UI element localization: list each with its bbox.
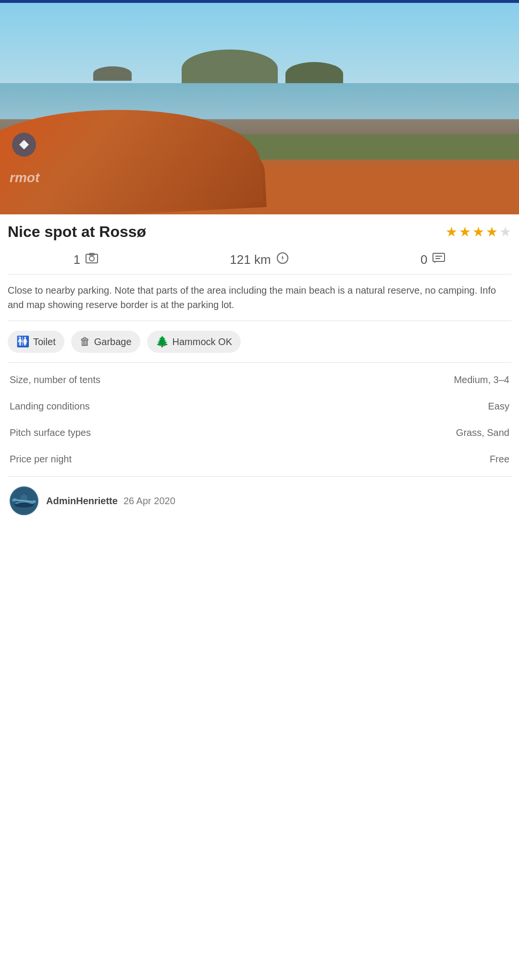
garbage-icon: 🗑 <box>80 335 90 348</box>
author-row: AdminHenriette 26 Apr 2020 <box>8 477 511 525</box>
star-3: ★ <box>472 224 484 240</box>
detail-row-size: Size, number of tents Medium, 3–4 <box>8 367 511 393</box>
compass-icon <box>276 251 289 268</box>
tag-toilet-label: Toilet <box>33 336 56 347</box>
svg-rect-4 <box>433 253 445 261</box>
spot-title: Nice spot at Rossø <box>8 223 146 241</box>
description: Close to nearby parking. Note that parts… <box>8 274 511 321</box>
title-row: Nice spot at Rossø ★ ★ ★ ★ ★ <box>8 214 511 246</box>
detail-row-price: Price per night Free <box>8 446 511 472</box>
comments-count: 0 <box>420 252 427 267</box>
toilet-icon: 🚻 <box>16 335 29 348</box>
hammock-icon: 🌲 <box>156 335 169 348</box>
star-2: ★ <box>459 224 471 240</box>
detail-label-landing: Landing conditions <box>10 401 90 412</box>
detail-value-price: Free <box>490 454 509 465</box>
photo-icon <box>85 251 99 268</box>
brand-logo: rmot <box>10 170 39 186</box>
author-info: AdminHenriette 26 Apr 2020 <box>46 496 175 507</box>
stats-row: 1 121 km 0 <box>8 246 511 274</box>
detail-value-landing: Easy <box>488 401 509 412</box>
photos-count: 1 <box>74 252 80 267</box>
detail-label-price: Price per night <box>10 454 72 465</box>
distance-value: 121 km <box>230 252 271 267</box>
detail-value-size: Medium, 3–4 <box>454 374 509 385</box>
tag-hammock: 🌲 Hammock OK <box>147 331 241 353</box>
app-logo-icon <box>12 133 36 157</box>
tags-row: 🚻 Toilet 🗑 Garbage 🌲 Hammock OK <box>8 321 511 363</box>
tag-hammock-label: Hammock OK <box>173 336 232 347</box>
detail-row-pitch: Pitch surface types Grass, Sand <box>8 420 511 446</box>
detail-row-landing: Landing conditions Easy <box>8 393 511 420</box>
details-table: Size, number of tents Medium, 3–4 Landin… <box>8 363 511 477</box>
tag-toilet: 🚻 Toilet <box>8 331 64 353</box>
author-name: AdminHenriette <box>46 496 118 507</box>
detail-label-pitch: Pitch surface types <box>10 427 91 438</box>
hero-image: rmot <box>0 3 519 214</box>
comments-stat: 0 <box>420 251 445 268</box>
tag-garbage-label: Garbage <box>94 336 132 347</box>
chat-icon <box>432 251 445 268</box>
rating-stars: ★ ★ ★ ★ ★ <box>445 224 511 240</box>
tag-garbage: 🗑 Garbage <box>71 331 140 353</box>
detail-value-pitch: Grass, Sand <box>456 427 509 438</box>
author-date: 26 Apr 2020 <box>124 496 175 507</box>
avatar <box>10 486 38 515</box>
star-5: ★ <box>499 224 511 240</box>
star-1: ★ <box>445 224 457 240</box>
photos-stat: 1 <box>74 251 99 268</box>
star-4: ★ <box>486 224 498 240</box>
distance-stat: 121 km <box>230 251 289 268</box>
detail-label-size: Size, number of tents <box>10 374 100 385</box>
svg-point-1 <box>89 256 94 261</box>
